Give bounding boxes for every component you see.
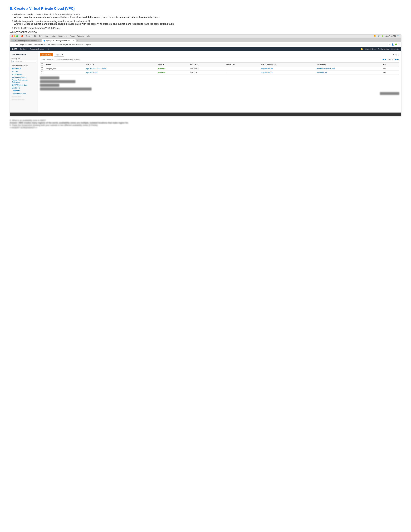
minimize-traffic-light[interactable] xyxy=(14,35,16,37)
sidebar-item-elastic-ips[interactable]: Elastic IPs xyxy=(10,86,38,89)
support-menu[interactable]: Support ▾ xyxy=(391,48,399,50)
sidebar-item-route-tables[interactable]: Route Tables xyxy=(10,73,38,76)
extensions-icon[interactable]: 🧩 xyxy=(395,43,397,46)
row1-vpc-id[interactable]: vpc-0318a6e2e8c3168e8 xyxy=(85,67,157,71)
resource-groups-chevron: ▾ xyxy=(44,48,45,50)
refresh-icon[interactable]: ↻ xyxy=(393,54,394,56)
q4-answer: Answer: AWS creates many regions of the … xyxy=(10,122,129,124)
sidebar-item-endpoint-services[interactable]: Endpoint Services xyxy=(10,92,38,95)
maximize-traffic-light[interactable] xyxy=(16,35,18,37)
tab-vpc-close[interactable]: ✕ xyxy=(73,40,74,42)
table-header-row: Name VPC ID ▲ State ▼ IPv4 CIDR IPv6 CID… xyxy=(40,63,399,67)
menu-view[interactable]: View xyxy=(45,35,48,37)
menu-help[interactable]: Help xyxy=(86,35,90,37)
user-menu[interactable]: SanghoKim ▾ xyxy=(365,48,376,50)
row2-dhcp-options[interactable]: dopt-bb1b42dc xyxy=(260,71,315,75)
question-list: Why do you need to create subnets in dif… xyxy=(10,13,401,29)
back-button[interactable]: ‹ xyxy=(11,43,12,46)
actions-chevron-icon: ▾ xyxy=(62,54,63,56)
pagination-text: 1 to 2 of 2 xyxy=(387,58,394,60)
clock: Sun 3:38 PM xyxy=(385,35,396,37)
row2-vpc-id[interactable]: vpc-d3705eb4 xyxy=(85,71,157,75)
question-1-text: Why do you need to create subnets in dif… xyxy=(14,13,80,16)
notification-bell-icon[interactable]: 🔔 xyxy=(361,48,363,50)
table-row: vpc-d3705eb4 available 172.31.0.... - do… xyxy=(40,71,399,75)
actions-button[interactable]: Actions ▾ xyxy=(54,53,64,57)
page-next-button[interactable]: ▶ xyxy=(395,58,397,61)
vpc-console: VPC Dashboard Filter by VPC: 🔍 Q Select … xyxy=(10,51,401,113)
row1-route-table[interactable]: rtb-0fb06b02e0301bd9f xyxy=(315,67,382,71)
row1-dhcp-link[interactable]: dopt-bb1b42dc xyxy=(261,68,273,70)
sidebar-item-your-vpcs[interactable]: Your VPCs xyxy=(10,67,38,70)
table-row: Sangho_Kim vpc-0318a6e2e8c3168e8 availab… xyxy=(40,67,399,71)
tab-ec2-close[interactable]: ✕ xyxy=(38,40,39,42)
new-tab-button[interactable]: + xyxy=(76,38,79,42)
vpc-sidebar: VPC Dashboard Filter by VPC: 🔍 Q Select … xyxy=(10,51,38,113)
row1-dhcp-options[interactable]: dopt-bb1b42dc xyxy=(260,67,315,71)
resource-groups-nav[interactable]: Resource Groups ▾ xyxy=(30,48,45,50)
close-traffic-light[interactable] xyxy=(11,35,13,37)
row2-dhcp-link[interactable]: dopt-bb1b42dc xyxy=(261,72,273,74)
page-last-button[interactable]: ▶| xyxy=(397,58,399,61)
forward-button[interactable]: › xyxy=(13,43,15,46)
profile-icon[interactable]: 👤 xyxy=(392,43,394,46)
menu-file[interactable]: File xyxy=(34,35,37,37)
services-nav[interactable]: Services ▾ xyxy=(20,48,28,50)
aws-logo: aws xyxy=(12,48,17,50)
reload-button[interactable]: ↻ xyxy=(16,43,18,46)
sidebar-item-egress-only-internet-gateways[interactable]: Egress Only Internet Gateways xyxy=(10,79,38,84)
sidebar-header: VPC Dashboard xyxy=(10,53,38,57)
row2-route-table-link[interactable]: rtb-805b81e6 xyxy=(317,72,327,74)
row2-vpc-id-link[interactable]: vpc-d3705eb4 xyxy=(86,72,97,74)
row1-route-table-link[interactable]: rtb-0fb06b02e0301bd9f xyxy=(317,68,335,70)
row2-route-table[interactable]: rtb-805b81e6 xyxy=(315,71,382,75)
search-icon[interactable]: 🔍 xyxy=(397,35,400,37)
volume-icon: 🔊 xyxy=(378,35,380,37)
help-icon[interactable]: ? xyxy=(398,54,399,56)
region-chevron-icon: ▾ xyxy=(388,48,389,50)
menu-chrome[interactable]: Chrome xyxy=(26,35,32,37)
row2-checkbox[interactable] xyxy=(41,71,43,73)
sidebar-blurred-item-2: blurred item two xyxy=(10,98,38,101)
create-vpc-button[interactable]: Create VPC xyxy=(40,53,53,57)
page-first-button[interactable]: |◀ xyxy=(382,58,384,61)
settings-icon[interactable]: ⚙ xyxy=(395,54,397,56)
page-prev-button[interactable]: ◀ xyxy=(384,58,386,61)
q5-text: Paste the Screenshot showing both your s… xyxy=(12,124,98,126)
sidebar-section-label: Virtual Private Cloud xyxy=(10,64,38,67)
address-input[interactable] xyxy=(19,43,388,46)
menu-people[interactable]: People xyxy=(70,35,75,37)
menu-edit[interactable]: Edit xyxy=(39,35,42,37)
row2-ipv6-cidr: - xyxy=(225,71,260,75)
header-ipv6-cidr: IPv6 CIDR xyxy=(225,63,260,67)
sidebar-item-endpoints[interactable]: Endpoints xyxy=(10,89,38,92)
bookmark-icon[interactable]: ☆ xyxy=(389,43,391,46)
menu-window[interactable]: Window xyxy=(77,35,84,37)
menu-dots-icon[interactable]: ⋮ xyxy=(398,43,400,46)
row2-status-badge: available xyxy=(158,72,165,74)
favorites-nav[interactable]: ★ xyxy=(47,48,49,50)
sidebar-item-subnets[interactable]: Subnets xyxy=(10,70,38,73)
vpc-filter-select[interactable]: 🔍 Q Select a VPC xyxy=(11,60,36,63)
services-label: Services xyxy=(20,48,27,50)
menu-history[interactable]: History xyxy=(51,35,56,37)
sidebar-filter: Filter by VPC: 🔍 Q Select a VPC xyxy=(10,57,38,64)
row1-vpc-id-link[interactable]: vpc-0318a6e2e8c3168e8 xyxy=(86,68,106,70)
tab-vpc[interactable]: 🔷 vpcs | VPC Management Con... ✕ xyxy=(42,39,75,42)
sidebar-item-internet-gateways[interactable]: Internet Gateways xyxy=(10,76,38,79)
blurred-bottom-right xyxy=(40,91,399,95)
traffic-lights xyxy=(11,35,18,37)
select-all-checkbox[interactable] xyxy=(41,63,43,66)
tab-ec2[interactable]: 🔧 EC2 Management Console ✕ xyxy=(11,39,41,42)
user-chevron-icon: ▾ xyxy=(375,48,376,50)
tab-ec2-label: EC2 Management Console xyxy=(15,40,37,42)
region-menu[interactable]: N. California ▾ xyxy=(378,48,389,50)
menu-bookmarks[interactable]: Bookmarks xyxy=(58,35,67,37)
vpc-main: Create VPC Actions ▾ ↻ ⚙ ? |◀ xyxy=(38,51,401,113)
row1-checkbox[interactable] xyxy=(41,67,43,69)
search-input[interactable] xyxy=(40,58,381,61)
sidebar-item-dhcp-options-sets[interactable]: DHCP Options Sets xyxy=(10,84,38,86)
tab-ec2-icon: 🔧 xyxy=(12,40,14,42)
tab-vpc-icon: 🔷 xyxy=(43,40,45,42)
header-vpc-id: VPC ID ▲ xyxy=(85,63,157,67)
